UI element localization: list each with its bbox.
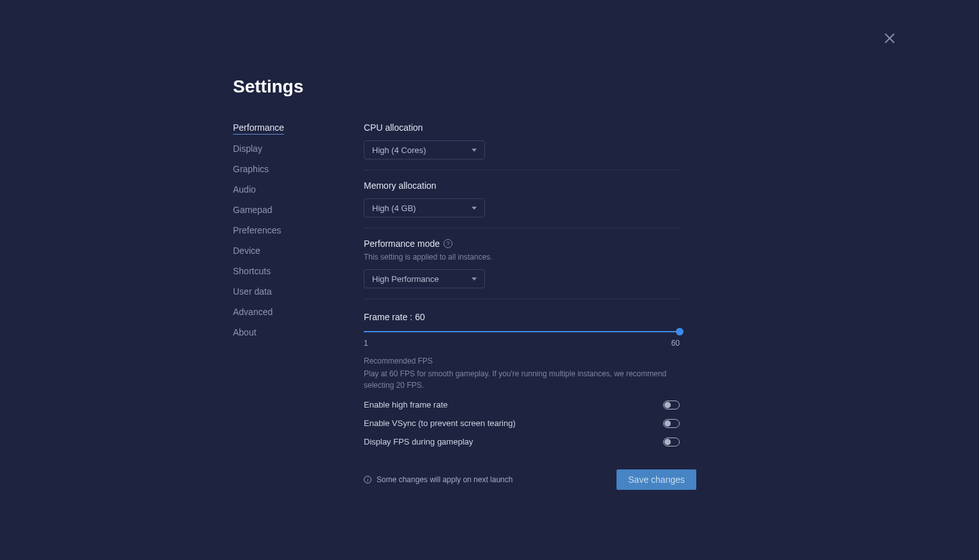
sidebar-item-shortcuts[interactable]: Shortcuts [233,266,271,277]
close-icon [884,33,895,44]
sidebar-item-device[interactable]: Device [233,246,260,257]
cpu-allocation-select[interactable]: High (4 Cores) [364,140,485,159]
save-changes-button[interactable]: Save changes [617,469,696,490]
sidebar-item-graphics[interactable]: Graphics [233,164,269,175]
recommended-fps-title: Recommended FPS [364,357,680,365]
chevron-down-icon [472,149,477,152]
frame-rate-label: Frame rate : 60 [364,312,680,322]
page-title: Settings [233,77,979,97]
performance-mode-select[interactable]: High Performance [364,269,485,288]
chevron-down-icon [472,207,477,210]
settings-panel: CPU allocation High (4 Cores) Memory all… [364,122,680,490]
enable-vsync-toggle[interactable] [663,419,680,428]
chevron-down-icon [472,277,477,281]
sidebar-item-about[interactable]: About [233,327,257,339]
enable-high-frame-rate-toggle[interactable] [663,401,680,409]
performance-mode-label: Performance mode [364,239,440,249]
sidebar-item-display[interactable]: Display [233,144,262,155]
sidebar-item-audio[interactable]: Audio [233,184,256,196]
info-icon: i [364,476,371,483]
settings-sidebar: Performance Display Graphics Audio Gamep… [233,122,364,490]
sidebar-item-advanced[interactable]: Advanced [233,307,273,318]
footer-info-text: Some changes will apply on next launch [377,475,512,484]
enable-vsync-label: Enable VSync (to prevent screen tearing) [364,418,516,428]
performance-mode-subtext: This setting is applied to all instances… [364,253,680,262]
toggle-knob [664,402,671,408]
frame-rate-min: 1 [364,339,368,348]
memory-allocation-label: Memory allocation [364,181,680,191]
toggle-knob [664,420,671,427]
cpu-allocation-label: CPU allocation [364,122,680,133]
memory-allocation-value: High (4 GB) [372,203,416,213]
display-fps-toggle[interactable] [663,438,680,446]
sidebar-item-preferences[interactable]: Preferences [233,225,281,237]
help-icon[interactable]: ? [444,239,452,248]
close-button[interactable] [882,31,897,46]
memory-allocation-select[interactable]: High (4 GB) [364,198,485,217]
frame-rate-max: 60 [671,339,680,348]
sidebar-item-performance[interactable]: Performance [233,122,284,135]
sidebar-item-userdata[interactable]: User data [233,286,272,298]
recommended-fps-text: Play at 60 FPS for smooth gameplay. If y… [364,368,680,391]
display-fps-label: Display FPS during gameplay [364,437,473,446]
slider-thumb[interactable] [676,328,684,335]
performance-mode-value: High Performance [372,274,439,284]
cpu-allocation-value: High (4 Cores) [372,145,426,155]
enable-high-frame-rate-label: Enable high frame rate [364,400,448,409]
frame-rate-slider[interactable] [364,327,680,336]
sidebar-item-gamepad[interactable]: Gamepad [233,205,272,216]
toggle-knob [664,439,671,445]
